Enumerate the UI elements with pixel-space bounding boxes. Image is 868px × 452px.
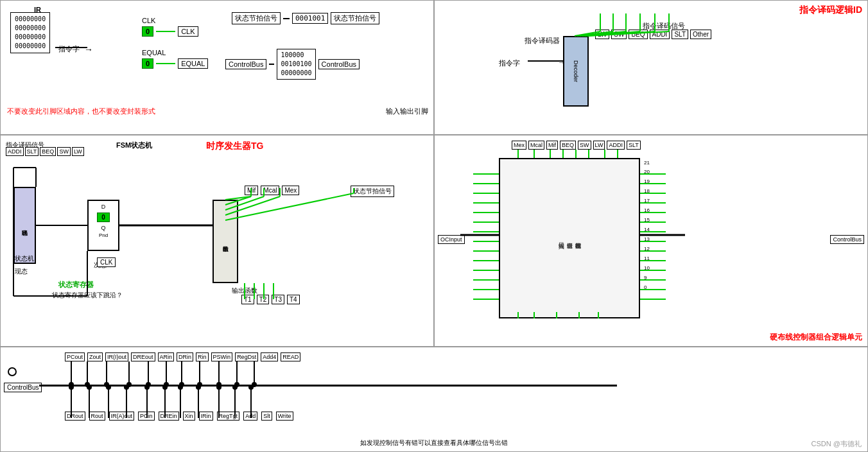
top-right-panel: 指令译码逻辑ID 指令译码信号 指令译码器 Decoder 指令字 → LW S… [434, 0, 868, 135]
controlbus-label: ControlBus [225, 59, 266, 69]
fsm-title: FSM状态机 [116, 141, 152, 150]
other-signal: Other [690, 30, 711, 39]
instr-word-label: 指令字 [58, 44, 80, 54]
h-bus-bottom [39, 385, 617, 387]
equal-group: EQUAL 0 EQUAL [142, 49, 208, 69]
addi-signal: ADDI [650, 30, 670, 39]
hardwire-title: 硬布线控制器组合逻辑单元 [770, 332, 862, 343]
circle-marker [8, 367, 17, 376]
state-signal-label: 状态节拍信号 [232, 12, 281, 24]
beq-signal: BEQ [629, 30, 647, 39]
top-signals-bottom: PCout Zout IR(I)out DREout ARin DRin Rin… [65, 352, 300, 361]
input-signals-mid: Mif Mcal Mex [245, 186, 299, 195]
current-state-label: 现态 [15, 267, 28, 276]
controlbus-values: 100000 00100100 00000000 [277, 49, 315, 80]
clk-signal: CLK [178, 26, 198, 37]
ir-box: 00000000 00000000 00000000 00000000 [10, 12, 50, 53]
warning-text: 不要改变此引脚区域内容，也不要改变封装形式 [7, 107, 155, 116]
bottom-signals-row: DRout Rout IR(A)out PCin DREin Xin IRin … [65, 412, 293, 421]
clk-value: 0 [142, 26, 153, 37]
decoder-signals-row: ADDI SLT BEQ SW LW [6, 147, 84, 156]
equal-value: 0 [142, 58, 153, 69]
current-state-box: 状态译码 [13, 187, 36, 264]
arrow-line [55, 47, 87, 48]
equal-signal: EQUAL [178, 58, 208, 69]
instr-word-input: 指令字 [499, 58, 520, 68]
state-signal-label2: 状态节拍信号 [331, 12, 379, 24]
bottom-controlbus: ControlBus [4, 383, 42, 392]
decoder-component: Decoder [573, 60, 579, 82]
decoder-label: 指令译码器 [525, 36, 560, 46]
main-container: IR 00000000 00000000 00000000 00000000 指… [0, 0, 868, 452]
controlbus-section: ControlBus 100000 00100100 00000000 Cont… [225, 49, 360, 80]
clk-label: CLK [142, 17, 198, 24]
state-machine-label: 状态机 [15, 254, 34, 263]
slt-signal: SLT [672, 30, 688, 39]
top-left-panel: IR 00000000 00000000 00000000 00000000 指… [0, 0, 434, 135]
state-signal-value: 0001001 [292, 13, 328, 24]
equal-line [156, 63, 175, 64]
clk-box-mid: CLK [97, 257, 116, 267]
bottom-note: 如发现控制信号有错可以直接查看具体哪位信号出错 [360, 439, 508, 448]
bottom-svg [1, 347, 867, 451]
svg-line-26 [225, 193, 354, 220]
sw-signal: SW [611, 30, 627, 39]
middle-left-panel: 指令译码信号 ADDI SLT BEQ SW LW FSM状态机 时序发生器TG… [0, 135, 434, 347]
output-signals-top: LW SW BEQ ADDI SLT Other [595, 30, 711, 39]
state-signal-section: 状态节拍信号 0001001 状态节拍信号 [232, 12, 379, 24]
output-signals-mid: T1 T2 T3 T4 [241, 295, 300, 304]
logic-block: 硬布线控制器组合逻辑输入端口 [499, 158, 640, 318]
arrow-right: → [84, 44, 93, 55]
watermark: CSDN @韦德礼 [812, 439, 862, 449]
bottom-panel: ControlBus PCout Zout IR(I)out DREout AR… [0, 347, 868, 452]
decoder-title: 指令译码逻辑ID [799, 4, 862, 16]
clk-line [156, 31, 175, 32]
io-label: 输入输出引脚 [386, 107, 428, 116]
ir-rows: 00000000 00000000 00000000 00000000 [15, 15, 46, 51]
state-beat-label-mid: 状态节拍信号 [351, 186, 394, 197]
state-register-note: 状态寄存器应该下跳沿？ [52, 291, 123, 300]
clk-group: CLK 0 CLK [142, 17, 198, 37]
equal-label: EQUAL [142, 49, 208, 56]
state-register-label: 状态寄存器 [58, 280, 94, 290]
ocinput-signal: OCInput [438, 235, 465, 244]
lw-signal: LW [595, 30, 609, 39]
top-signals-mid-right: Mex Mcal Mif BEQ SW LW ADDI SLT [512, 141, 641, 150]
dff-box: D 0 Q Pnd [87, 200, 119, 251]
decoder-block: Decoder [563, 36, 589, 107]
controlbus-label2: ControlBus [318, 59, 360, 69]
output-func-box: 输出函数 [213, 200, 238, 283]
middle-right-panel: 硬布线控制器组合逻辑单元 Mex Mcal Mif BEQ SW LW ADDI… [434, 135, 868, 347]
timing-title: 时序发生器TG [206, 141, 263, 152]
output-func-label-bottom: 输出函数 [232, 286, 257, 295]
controlbus-right: ControlBus [830, 235, 864, 244]
